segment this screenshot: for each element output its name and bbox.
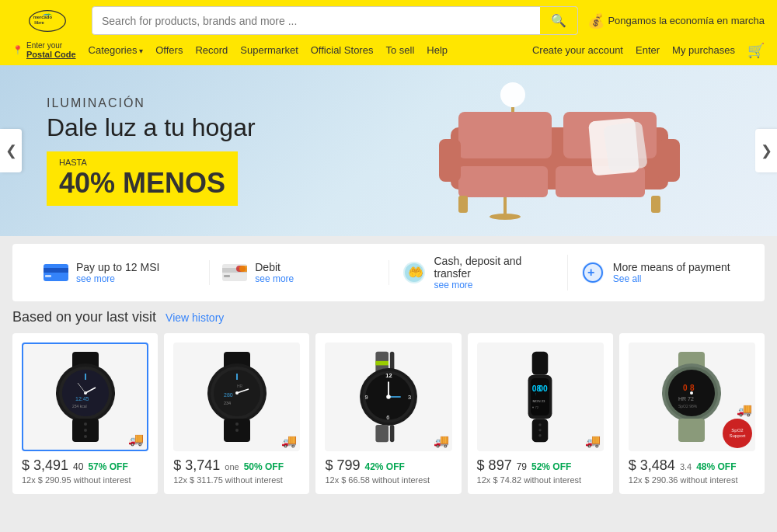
more-payment-link[interactable]: See all: [613, 273, 730, 284]
economy-text: Pongamos la economía en marcha: [608, 15, 765, 26]
svg-rect-13: [439, 139, 461, 182]
svg-rect-15: [458, 196, 468, 213]
price-row-4: $ 897 79 52% OFF: [477, 457, 604, 474]
product-card-1[interactable]: 12:45 234 kcal 🚚 $ 3,491 40 57% OFF 12x …: [12, 333, 158, 494]
cart-icon[interactable]: 🛒: [747, 42, 765, 59]
banner-badge-top: HASTA: [59, 158, 225, 167]
svg-point-45: [84, 429, 87, 432]
product-card-3[interactable]: 12 3 6 9 🚚 $ 799 42% OFF 12x $ 6: [315, 333, 461, 494]
payment-item-more[interactable]: + More means of payment See all: [568, 260, 746, 285]
nav-record[interactable]: Record: [195, 44, 228, 56]
price-installment-5: 12x $ 290.36 without interest: [629, 475, 755, 485]
watch-svg-2: 280 234 HR: [194, 350, 280, 443]
banner-next-button[interactable]: ❯: [755, 129, 777, 172]
msi-link[interactable]: see more: [76, 273, 159, 284]
svg-rect-14: [658, 139, 680, 182]
banner-title: Dale luz a tu hogar: [47, 113, 256, 142]
price-main-2: $ 3,741: [173, 457, 220, 474]
payment-item-msi[interactable]: Pay up to 12 MSI see more: [31, 260, 210, 285]
search-input[interactable]: [92, 9, 540, 33]
delivery-icon-5: 🚚: [737, 402, 752, 417]
section-header: Based on your last visit View history: [12, 309, 765, 325]
banner-badge: HASTA 40% MENOS: [47, 151, 238, 206]
svg-point-58: [235, 422, 239, 426]
product-card-2[interactable]: 280 234 HR 🚚 $ 3,741 one 50% OFF 12x $ 3…: [164, 333, 309, 494]
postal-code-link[interactable]: Postal Code: [26, 50, 76, 59]
nav-official-stores[interactable]: Official Stores: [311, 44, 374, 56]
payment-item-debit[interactable]: Debit see more: [210, 260, 388, 285]
delivery-icon-4: 🚚: [585, 433, 601, 448]
svg-text::: :: [535, 391, 536, 396]
cash-link[interactable]: see more: [434, 280, 555, 290]
view-history-link[interactable]: View history: [166, 311, 224, 324]
price-row-3: $ 799 42% OFF: [325, 457, 451, 474]
price-extra-5: 3.4: [680, 462, 692, 471]
svg-text:+: +: [587, 266, 594, 279]
history-section: Based on your last visit View history: [12, 309, 765, 494]
product-img-2: 280 234 HR 🚚: [173, 342, 300, 451]
svg-text:HR: HR: [237, 384, 243, 388]
svg-text:00: 00: [538, 384, 548, 393]
svg-point-46: [84, 435, 87, 438]
payment-strip: Pay up to 12 MSI see more Debit see more…: [12, 244, 765, 301]
svg-text:MON 23: MON 23: [533, 399, 546, 403]
price-installment-2: 12x $ 311.75 without interest: [173, 475, 300, 485]
svg-text:3: 3: [408, 394, 411, 401]
postal-code-area[interactable]: 📍 Enter your Postal Code: [12, 41, 76, 59]
svg-rect-77: [531, 378, 549, 416]
product-img-4: 08 : 00 MON 23 ♥ 72 🚚: [477, 342, 604, 451]
svg-point-72: [386, 395, 391, 399]
svg-text:HR 72: HR 72: [678, 396, 694, 402]
banner-content: ILUMINACIÓN Dale luz a tu hogar HASTA 40…: [0, 73, 302, 229]
svg-text:mercado: mercado: [33, 14, 53, 19]
svg-rect-73: [375, 425, 388, 442]
product-grid: 12:45 234 kcal 🚚 $ 3,491 40 57% OFF 12x …: [12, 333, 765, 494]
price-main-1: $ 3,491: [22, 457, 68, 474]
debit-link[interactable]: see more: [255, 273, 294, 284]
banner-sofa: [435, 81, 699, 236]
nav-categories[interactable]: Categories: [89, 44, 144, 56]
product-card-5[interactable]: 0 8 HR 72 SpO2 98% SpO2 Support 🚚 $ 3,48…: [619, 333, 765, 494]
svg-text:9: 9: [365, 394, 368, 401]
price-cents-1: 40: [73, 461, 83, 472]
price-main-5: $ 3,484: [629, 457, 675, 474]
svg-rect-18: [603, 121, 648, 172]
debit-text: Debit see more: [255, 261, 294, 284]
more-payment-icon: +: [580, 260, 605, 285]
nav-help[interactable]: Help: [427, 44, 448, 56]
header-economy: 💰 Pongamos la economía en marcha: [587, 12, 765, 30]
svg-text:libre: libre: [34, 20, 44, 25]
svg-point-59: [235, 429, 239, 432]
nav-to-sell[interactable]: To sell: [385, 44, 414, 56]
price-row-5: $ 3,484 3.4 48% OFF: [629, 457, 755, 474]
nav-offers[interactable]: Offers: [155, 44, 183, 56]
product-img-1: 12:45 234 kcal 🚚: [22, 342, 148, 451]
debit-title: Debit: [255, 261, 294, 273]
enter-link[interactable]: Enter: [636, 44, 660, 56]
svg-rect-11: [458, 166, 548, 197]
svg-text:♥ 72: ♥ 72: [532, 405, 539, 409]
create-account-link[interactable]: Create your account: [532, 44, 623, 56]
svg-rect-96: [678, 419, 705, 442]
product-card-4[interactable]: 08 : 00 MON 23 ♥ 72 🚚 $ 897 79 52% OFF: [468, 333, 613, 494]
svg-rect-75: [532, 352, 549, 375]
nav-right: Create your account Enter My purchases 🛒: [532, 42, 765, 59]
debit-icon: [222, 260, 247, 285]
svg-text:0: 0: [683, 384, 688, 392]
nav-supermarket[interactable]: Supermarket: [240, 44, 298, 56]
svg-text:8: 8: [690, 384, 695, 392]
svg-text:234 kcal: 234 kcal: [72, 404, 87, 409]
cash-icon: 🤲: [402, 260, 427, 285]
price-off-1: 57% OFF: [88, 461, 127, 472]
search-button[interactable]: 🔍: [540, 7, 577, 34]
price-installment-1: 12x $ 290.95 without interest: [22, 475, 148, 485]
spo2-badge: SpO2 Support: [723, 419, 752, 448]
cash-title: Cash, deposit and transfer: [434, 255, 555, 280]
my-purchases-link[interactable]: My purchases: [672, 44, 735, 56]
banner-prev-button[interactable]: ❮: [0, 129, 22, 172]
svg-point-86: [538, 434, 541, 436]
delivery-icon-1: 🚚: [128, 432, 144, 447]
payment-item-cash[interactable]: 🤲 Cash, deposit and transfer see more: [389, 255, 568, 290]
location-icon: 📍: [12, 45, 23, 55]
product-img-5: 0 8 HR 72 SpO2 98% SpO2 Support 🚚: [629, 342, 755, 451]
